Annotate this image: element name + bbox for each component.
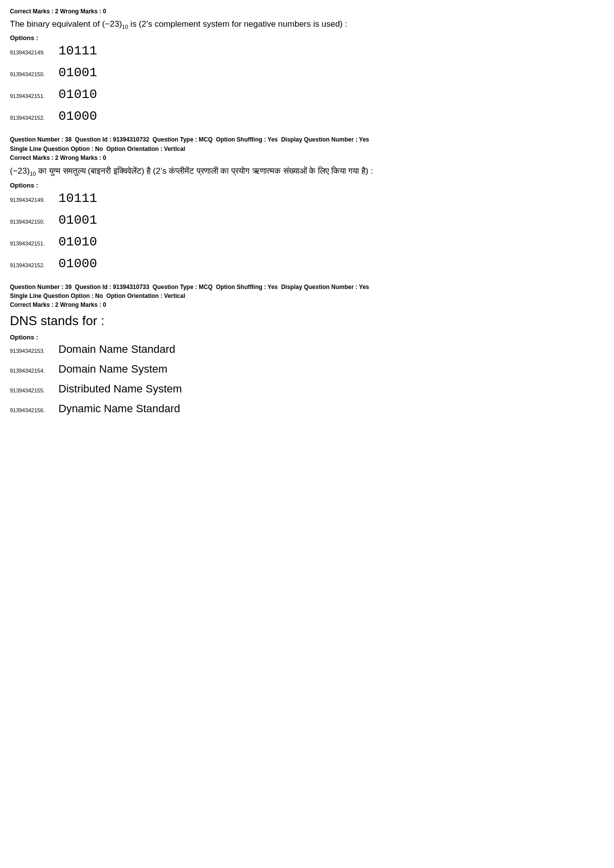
option-id-38-2: 91394342150. — [10, 219, 54, 225]
option-id-37-1: 91394342149. — [10, 49, 54, 55]
option-row-38-4: 91394342152. 01000 — [10, 256, 604, 271]
option-row-38-2: 91394342150. 01001 — [10, 213, 604, 228]
option-id-39-2: 91394342154. — [10, 368, 54, 374]
option-value-37-1: 10111 — [58, 44, 97, 58]
option-row-39-3: 91394342155. Distributed Name System — [10, 383, 604, 395]
option-value-39-4: Dynamic Name Standard — [58, 402, 180, 415]
meta-line-39: Question Number : 39 Question Id : 91394… — [10, 283, 604, 291]
question-block-38: Question Number : 38 Question Id : 91394… — [10, 136, 604, 271]
option-row-37-1: 91394342149. 10111 — [10, 44, 604, 58]
option-row-37-3: 91394342151. 01010 — [10, 87, 604, 102]
option-id-38-3: 91394342151. — [10, 241, 54, 246]
options-label-38: Options : — [10, 182, 604, 189]
option-value-37-4: 01000 — [58, 109, 97, 124]
option-id-37-4: 91394342152. — [10, 115, 54, 121]
option-row-37-4: 91394342152. 01000 — [10, 109, 604, 124]
option-row-38-1: 91394342149. 10111 — [10, 191, 604, 206]
option-id-38-4: 91394342152. — [10, 262, 54, 268]
option-id-37-3: 91394342151. — [10, 93, 54, 99]
meta-line-38: Question Number : 38 Question Id : 91394… — [10, 136, 604, 144]
meta-line-38b: Single Line Question Option : No Option … — [10, 145, 604, 153]
marks-line-39: Correct Marks : 2 Wrong Marks : 0 — [10, 301, 604, 308]
question-text-38: (−23)10 का युग्म समतुल्य (बाइनरी इक्विवे… — [10, 164, 604, 179]
options-label-37: Options : — [10, 34, 604, 42]
option-row-39-4: 91394342156. Dynamic Name Standard — [10, 402, 604, 415]
option-value-39-1: Domain Name Standard — [58, 343, 175, 356]
meta-line-39b: Single Line Question Option : No Option … — [10, 292, 604, 300]
option-value-38-4: 01000 — [58, 256, 97, 271]
option-value-38-3: 01010 — [58, 235, 97, 249]
marks-line-37: Correct Marks : 2 Wrong Marks : 0 — [10, 8, 604, 15]
option-value-37-2: 01001 — [58, 65, 97, 80]
question-text-37: The binary equivalent of (−23)10 is (2’s… — [10, 18, 604, 31]
question-block-37: Correct Marks : 2 Wrong Marks : 0 The bi… — [10, 8, 604, 124]
option-value-39-3: Distributed Name System — [58, 383, 182, 395]
option-row-39-2: 91394342154. Domain Name System — [10, 363, 604, 376]
option-value-37-3: 01010 — [58, 87, 97, 102]
question-text-39: DNS stands for : — [10, 311, 604, 331]
option-row-38-3: 91394342151. 01010 — [10, 235, 604, 249]
question-block-39: Question Number : 39 Question Id : 91394… — [10, 283, 604, 416]
option-row-39-1: 91394342153. Domain Name Standard — [10, 343, 604, 356]
option-row-37-2: 91394342150. 01001 — [10, 65, 604, 80]
option-id-39-4: 91394342156. — [10, 407, 54, 413]
option-value-38-2: 01001 — [58, 213, 97, 228]
options-label-39: Options : — [10, 334, 604, 341]
option-id-39-3: 91394342155. — [10, 387, 54, 393]
marks-line-38: Correct Marks : 2 Wrong Marks : 0 — [10, 154, 604, 161]
option-id-37-2: 91394342150. — [10, 71, 54, 77]
option-id-39-1: 91394342153. — [10, 348, 54, 354]
option-value-39-2: Domain Name System — [58, 363, 167, 376]
option-value-38-1: 10111 — [58, 191, 97, 206]
option-id-38-1: 91394342149. — [10, 197, 54, 203]
